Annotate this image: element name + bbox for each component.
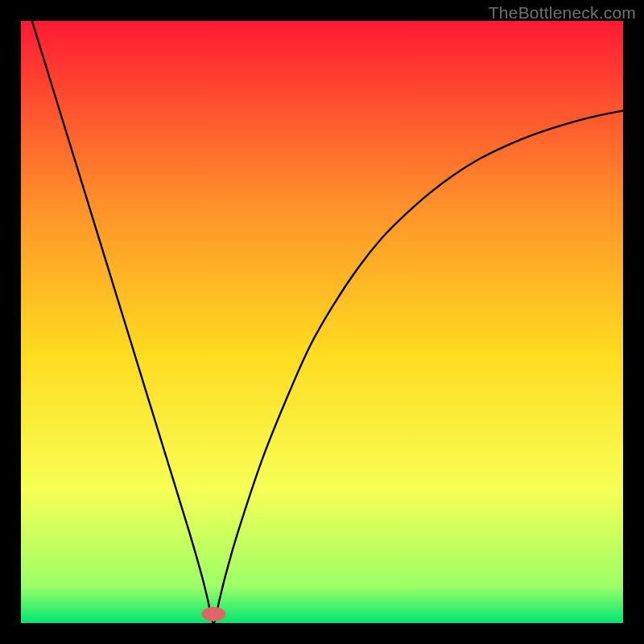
chart-frame xyxy=(21,21,623,623)
watermark-text: TheBottleneck.com xyxy=(489,3,636,23)
gradient-background xyxy=(21,21,623,623)
chart-svg xyxy=(21,21,623,623)
minimum-marker xyxy=(201,607,225,621)
